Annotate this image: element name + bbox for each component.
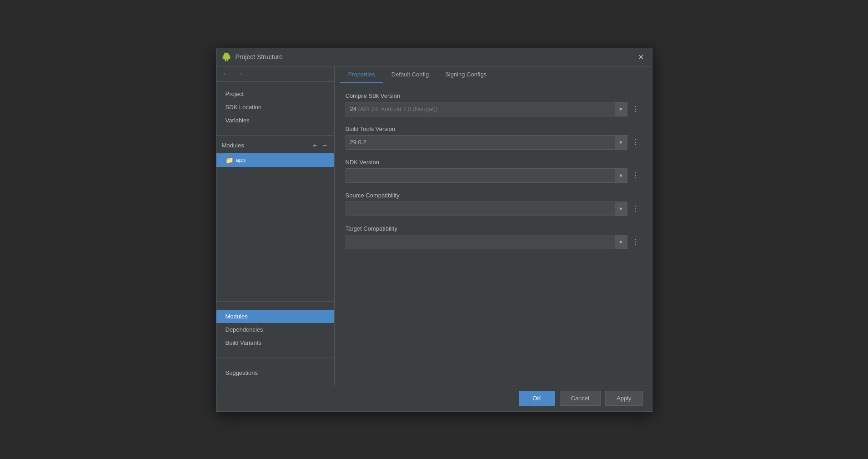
tab-default-config[interactable]: Default Config (383, 66, 437, 83)
nav-section-top: Project SDK Location Variables (216, 82, 334, 132)
remove-module-button[interactable]: − (321, 142, 328, 149)
sidebar-item-suggestions[interactable]: Suggestions (216, 366, 334, 379)
nav-section-suggestions: Suggestions (216, 361, 334, 385)
ndk-version-info-button[interactable]: ⋮ (630, 171, 641, 180)
compile-sdk-label: Compile Sdk Version (346, 92, 641, 99)
tab-signing-configs[interactable]: Signing Configs (437, 66, 495, 83)
close-button[interactable]: ✕ (635, 52, 647, 62)
ndk-version-label: NDK Version (346, 159, 641, 166)
folder-icon: 📁 (226, 156, 233, 164)
source-compat-dropdown-wrapper: ▼ (346, 202, 627, 216)
nav-section-bottom: Modules Dependencies Build Variants (216, 304, 334, 355)
build-tools-select[interactable] (346, 135, 627, 150)
nav-divider-2 (216, 301, 334, 302)
compile-sdk-row: 24 (API 24: Android 7.0 (Nougat)) ▼ ⋮ (346, 102, 641, 116)
sidebar-item-project[interactable]: Project (216, 87, 334, 101)
sidebar-item-dependencies[interactable]: Dependencies (216, 323, 334, 336)
dialog-title: Project Structure (236, 53, 631, 61)
compile-sdk-select[interactable] (346, 102, 627, 116)
bottom-bar: OK Cancel Apply (216, 385, 652, 411)
add-module-button[interactable]: + (311, 142, 319, 149)
nav-arrows: ← → (216, 66, 334, 82)
build-tools-label: Build Tools Version (346, 126, 641, 132)
ok-button[interactable]: OK (519, 391, 555, 406)
nav-divider-3 (216, 358, 334, 358)
source-compat-row: ▼ ⋮ (346, 202, 641, 216)
source-compat-info-button[interactable]: ⋮ (630, 204, 641, 213)
left-panel: ← → Project SDK Location Variables Modul… (216, 66, 335, 385)
nav-divider-1 (216, 135, 334, 136)
target-compat-dropdown-wrapper: ▼ (346, 235, 627, 249)
target-compat-label: Target Compatibility (346, 225, 641, 232)
sidebar-item-build-variants[interactable]: Build Variants (216, 336, 334, 349)
modules-actions: + − (311, 142, 329, 149)
field-ndk-version: NDK Version ▼ ⋮ (346, 159, 641, 183)
source-compat-label: Source Compatibility (346, 192, 641, 199)
forward-button[interactable]: → (235, 69, 245, 79)
title-bar: Project Structure ✕ (216, 48, 652, 66)
dialog-body: ← → Project SDK Location Variables Modul… (216, 66, 652, 385)
target-compat-select[interactable] (346, 235, 627, 249)
sidebar-item-modules[interactable]: Modules (216, 310, 334, 323)
apply-button[interactable]: Apply (605, 391, 643, 406)
build-tools-dropdown-wrapper: 29.0.2 ▼ (346, 135, 627, 150)
build-tools-info-button[interactable]: ⋮ (630, 138, 641, 146)
field-compile-sdk: Compile Sdk Version 24 (API 24: Android … (346, 92, 641, 116)
module-name: app (236, 156, 246, 163)
build-tools-row: 29.0.2 ▼ ⋮ (346, 135, 641, 150)
tab-bar: Properties Default Config Signing Config… (335, 66, 652, 83)
module-item-app[interactable]: 📁 app (216, 153, 334, 167)
modules-label: Modules (222, 142, 244, 149)
ndk-version-row: ▼ ⋮ (346, 168, 641, 183)
target-compat-row: ▼ ⋮ (346, 235, 641, 249)
modules-list: 📁 app (216, 153, 334, 298)
modules-section-header: Modules + − (216, 138, 334, 153)
field-target-compat: Target Compatibility ▼ ⋮ (346, 225, 641, 249)
field-build-tools: Build Tools Version 29.0.2 ▼ ⋮ (346, 126, 641, 150)
compile-sdk-info-button[interactable]: ⋮ (630, 105, 641, 113)
right-panel: Properties Default Config Signing Config… (335, 66, 652, 385)
ndk-version-select[interactable] (346, 168, 627, 183)
cancel-button[interactable]: Cancel (560, 391, 601, 406)
project-structure-dialog: Project Structure ✕ ← → Project SDK Loca… (216, 48, 652, 412)
target-compat-info-button[interactable]: ⋮ (630, 237, 641, 246)
compile-sdk-dropdown-wrapper: 24 (API 24: Android 7.0 (Nougat)) ▼ (346, 102, 627, 116)
tab-properties[interactable]: Properties (340, 66, 383, 83)
source-compat-select[interactable] (346, 202, 627, 216)
ndk-version-dropdown-wrapper: ▼ (346, 168, 627, 183)
field-source-compat: Source Compatibility ▼ ⋮ (346, 192, 641, 216)
tab-content-properties: Compile Sdk Version 24 (API 24: Android … (335, 83, 652, 385)
back-button[interactable]: ← (221, 69, 231, 79)
android-icon (222, 52, 231, 61)
sidebar-item-variables[interactable]: Variables (216, 114, 334, 127)
sidebar-item-sdk-location[interactable]: SDK Location (216, 101, 334, 114)
